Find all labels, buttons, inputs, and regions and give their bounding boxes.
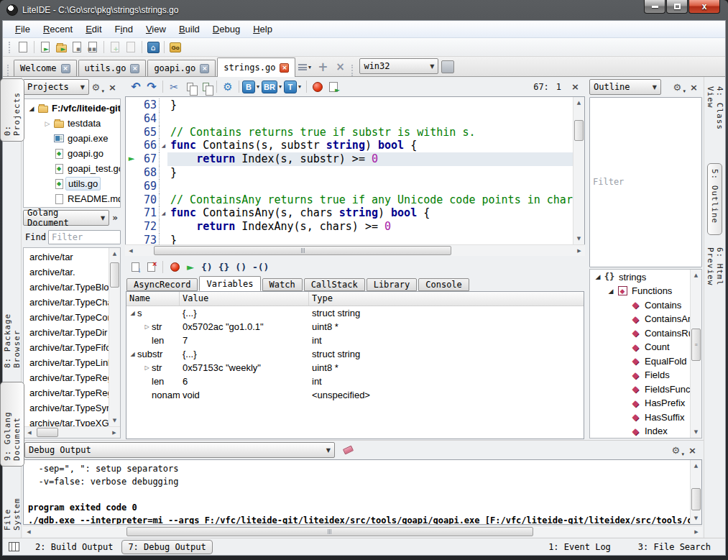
editor-vscrollbar[interactable]: ▲ ▼ <box>573 97 584 244</box>
code-line-71[interactable]: 71◢func ContainsAny(s, chars string) boo… <box>126 206 573 220</box>
list-item[interactable]: archive/tar.TypeLink <box>29 355 109 370</box>
code-text[interactable]: } <box>167 166 573 180</box>
outline-item-containsany[interactable]: ◆ContainsAny <box>590 312 690 326</box>
outline-vscrollbar[interactable]: ▲ ≡ ▼ <box>690 270 701 439</box>
scroll-up-icon[interactable]: ▲ <box>691 460 701 472</box>
code-line-65[interactable]: 65// Contains returns true if substr is … <box>126 126 573 139</box>
save-file-button[interactable]: ▪ <box>69 40 85 55</box>
scroll-left-icon[interactable]: ◀ <box>23 526 34 537</box>
close-button[interactable]: x <box>688 0 720 14</box>
export-button[interactable]: + <box>107 40 123 55</box>
expander-icon[interactable]: ◢ <box>128 310 137 316</box>
close-panel-icon[interactable]: × <box>688 445 696 456</box>
outline-item-strings[interactable]: ◢{}strings <box>590 270 690 285</box>
open-file-button[interactable]: ► <box>37 40 53 55</box>
column-header-value[interactable]: Value <box>180 292 309 306</box>
step-into-button[interactable]: {) <box>199 262 215 272</box>
line-number[interactable]: 72 <box>137 220 159 234</box>
tree-item-readme-md[interactable]: README.md <box>24 191 120 206</box>
scroll-right-icon[interactable]: ▶ <box>573 245 585 256</box>
dock-tab-file-system[interactable]: File System <box>1 471 24 536</box>
outline-item-index[interactable]: ◆Index <box>590 424 690 438</box>
build-config-button[interactable]: ⚙ <box>220 80 236 94</box>
dock-tab-6-html-preview[interactable]: 6: Html Preview <box>704 242 727 334</box>
menu-item-recent[interactable]: Recent <box>37 22 79 37</box>
status-2-build-output[interactable]: 2: Build Output <box>29 541 119 554</box>
code-area[interactable]: 63}6465// Contains returns true if subst… <box>126 97 573 244</box>
scroll-up-icon[interactable]: ▲ <box>109 248 120 260</box>
debug-tab-callstack[interactable]: CallStack <box>304 278 365 291</box>
code-line-72[interactable]: 72 return IndexAny(s, chars) >= 0 <box>126 220 573 234</box>
close-editor-icon[interactable]: × <box>568 81 582 92</box>
build-run-button[interactable]: BR <box>262 81 277 93</box>
titlebar[interactable]: LiteIDE - C:\Go\src\pkg\strings\strings.… <box>2 0 726 20</box>
code-line-64[interactable]: 64 <box>126 112 573 126</box>
tab-close-icon[interactable]: × <box>130 64 139 73</box>
line-number[interactable]: 73 <box>137 234 159 244</box>
line-number[interactable]: 70 <box>137 193 159 207</box>
maximize-button[interactable] <box>666 0 688 14</box>
doc-list-vscrollbar[interactable]: ▲ ▼ <box>109 248 120 426</box>
outline-item-count[interactable]: ◆Count <box>590 340 690 354</box>
code-editor[interactable]: 63}6465// Contains returns true if subst… <box>125 96 585 244</box>
menu-item-debug[interactable]: Debug <box>206 22 246 37</box>
outline-item-contains[interactable]: ◆Contains <box>590 298 690 313</box>
list-item[interactable]: archive/tar.TypeCont <box>29 310 109 325</box>
output-selector[interactable]: Debug Output ▼ <box>24 442 335 458</box>
outline-item-functions[interactable]: ◢◆Functions <box>590 284 690 298</box>
step-over-button[interactable]: {} <box>216 262 232 272</box>
env-selector[interactable]: win32 ▼ <box>359 58 438 74</box>
projects-selector[interactable]: Projects ▼ <box>23 79 89 95</box>
line-number[interactable]: 64 <box>137 112 159 126</box>
outline-item-hassuffix[interactable]: ◆HasSuffix <box>590 410 690 425</box>
scroll-thumb[interactable] <box>691 488 701 510</box>
code-line-67[interactable]: ►67 return Index(s, substr) >= 0 <box>126 152 573 166</box>
code-text[interactable]: // Contains returns true if substr is wi… <box>167 126 573 139</box>
code-text[interactable]: } <box>167 234 573 244</box>
scroll-thumb[interactable] <box>37 428 58 437</box>
outline-item-hasprefix[interactable]: ◆HasPrefix <box>590 396 690 410</box>
line-number[interactable]: 68 <box>137 166 159 180</box>
clear-output-icon[interactable] <box>343 446 354 455</box>
redo-button[interactable]: ↷ <box>144 80 160 94</box>
code-line-73[interactable]: 73} <box>126 234 573 244</box>
debug-tab-asyncrecord[interactable]: AsyncRecord <box>126 278 198 291</box>
tab-strings-go[interactable]: strings.go× <box>217 58 295 77</box>
menu-item-edit[interactable]: Edit <box>79 22 108 37</box>
dock-tab-8-package-browser[interactable]: 8: Package Browser <box>1 284 24 373</box>
code-text[interactable] <box>167 180 573 193</box>
new-file-button[interactable] <box>15 40 31 55</box>
line-number[interactable]: 65 <box>137 126 159 139</box>
code-text[interactable]: } <box>167 98 573 112</box>
env-grip[interactable] <box>351 65 355 76</box>
continue-button[interactable]: ► <box>183 260 198 273</box>
scroll-up-icon[interactable]: ▲ <box>691 270 701 281</box>
close-panel-icon[interactable]: × <box>109 82 116 93</box>
menu-item-help[interactable]: Help <box>246 22 279 37</box>
gear-icon[interactable]: ⚙ <box>671 445 680 456</box>
tab-goapi-go[interactable]: goapi.go× <box>147 60 216 76</box>
scroll-down-icon[interactable]: ▼ <box>691 426 701 438</box>
column-header-type[interactable]: Type <box>309 292 584 306</box>
scroll-right-icon[interactable]: ▶ <box>109 427 120 438</box>
env-config-button[interactable] <box>441 60 454 73</box>
code-text[interactable]: func Contains(s, substr string) bool { <box>167 139 573 152</box>
open-folder-button[interactable]: ► <box>53 40 69 55</box>
line-number[interactable]: 66 <box>137 139 159 152</box>
test-button[interactable]: T <box>284 81 297 93</box>
scroll-down-icon[interactable]: ▼ <box>109 415 120 426</box>
minimize-button[interactable] <box>644 0 665 14</box>
variable-row[interactable]: len7int <box>126 334 584 347</box>
code-line-66[interactable]: 66◢func Contains(s, substr string) bool … <box>126 139 573 152</box>
dock-tab-0-projects[interactable]: 0: Projects <box>0 78 24 142</box>
expander-icon[interactable]: ◢ <box>27 105 37 112</box>
variable-row[interactable]: ▷str0x57153c "weekly"uint8 * <box>126 361 584 375</box>
expander-icon[interactable]: ▷ <box>42 120 52 127</box>
tree-item-goapi_test-go[interactable]: goapi_test.go <box>24 161 120 176</box>
list-item[interactable]: archive/tar.TypeDir <box>29 325 109 340</box>
list-item[interactable]: archive/tar.TypeChar <box>29 295 109 310</box>
outline-item-fields[interactable]: ◆Fields <box>590 368 690 382</box>
tab-welcome[interactable]: Welcome× <box>14 60 77 76</box>
close-all-tabs-button[interactable]: × <box>331 59 349 75</box>
tab-close-icon[interactable]: × <box>61 64 70 73</box>
